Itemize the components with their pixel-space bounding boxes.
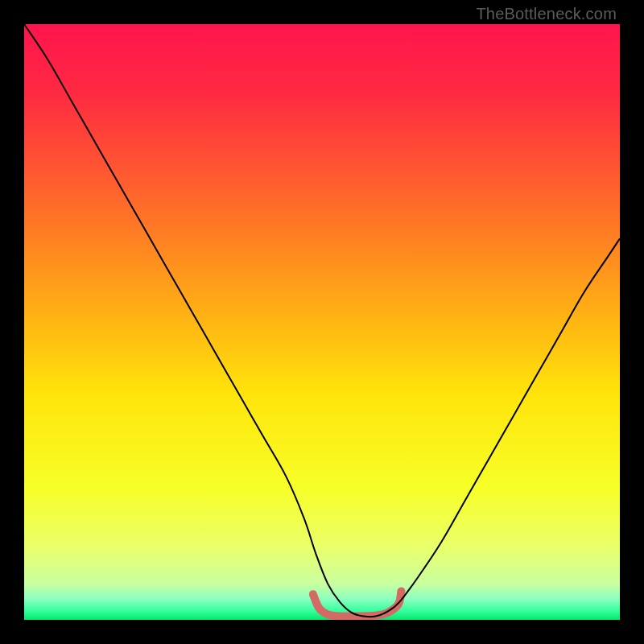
bottleneck-curve	[24, 24, 620, 617]
watermark-text: TheBottleneck.com	[476, 5, 617, 23]
curve-layer	[24, 24, 620, 620]
chart-frame: TheBottleneck.com	[0, 0, 644, 644]
sweet-spot-marker	[313, 591, 402, 616]
plot-area	[24, 24, 620, 620]
